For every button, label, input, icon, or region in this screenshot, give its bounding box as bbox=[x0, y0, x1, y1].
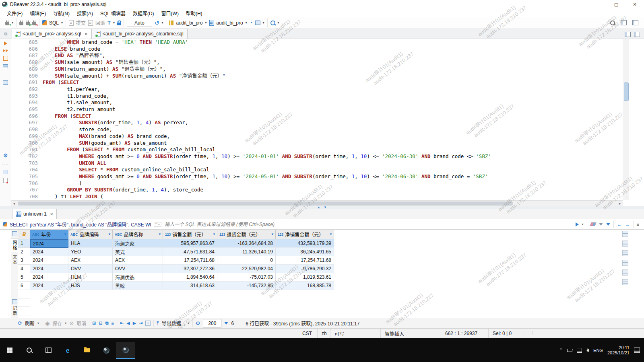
chevron-down-icon[interactable]: ▾ bbox=[582, 222, 584, 226]
cell[interactable]: YEO bbox=[68, 248, 113, 256]
quick-search-icon[interactable] bbox=[610, 21, 615, 25]
cell[interactable]: HLA bbox=[68, 239, 113, 248]
row-number[interactable]: 3 bbox=[18, 256, 30, 265]
metadata-panel-icon[interactable] bbox=[622, 250, 628, 256]
expand-filter-icon[interactable]: ⌃⌄ bbox=[154, 222, 161, 227]
scroll-right-icon[interactable]: ▸ bbox=[617, 202, 623, 206]
menu-item[interactable]: SQL 编辑器 bbox=[97, 10, 129, 16]
close-button[interactable]: ✕ bbox=[625, 0, 644, 9]
code-line[interactable]: ) bbox=[43, 180, 622, 187]
cell[interactable]: 17,254,711.68 bbox=[276, 256, 334, 265]
menu-item[interactable]: 窗口(W) bbox=[158, 10, 182, 16]
references-panel-icon[interactable] bbox=[622, 260, 628, 266]
cell[interactable]: 47,571,631.84 bbox=[163, 248, 217, 256]
cell[interactable]: 海澜优选 bbox=[113, 273, 163, 282]
cancel-button[interactable]: 取消 bbox=[76, 320, 86, 327]
cell[interactable]: -22,520,982.04 bbox=[217, 265, 276, 273]
grid-settings-icon[interactable]: ⚙ bbox=[196, 321, 200, 326]
code-line[interactable]: FROM (SELECT bbox=[43, 113, 622, 120]
sql-editor[interactable]: 6856866876886896906916926936946956966976… bbox=[11, 39, 622, 200]
code-line[interactable]: SUM(goods_amt) AS sale_amount bbox=[43, 140, 622, 147]
tab-analysis-cleartime-sql[interactable]: <audit_bi_pro> analysis_cleartime.sql bbox=[92, 29, 188, 39]
tray-expand-icon[interactable]: ⌃ bbox=[559, 348, 563, 353]
cell[interactable]: 英式 bbox=[113, 248, 163, 256]
cell[interactable]: 2024 bbox=[30, 273, 68, 282]
last-row-icon[interactable]: ⇥ bbox=[139, 321, 142, 326]
code-line[interactable]: WHERE goods_amt >= 0 AND SUBSTR(order_ti… bbox=[43, 153, 622, 160]
grid-corner-cell[interactable] bbox=[18, 230, 30, 239]
cell[interactable]: -145,732.85 bbox=[217, 282, 276, 290]
volume-icon[interactable] bbox=[586, 349, 589, 352]
chevron-down-icon[interactable]: ▾ bbox=[65, 321, 66, 325]
reconnect-icon[interactable]: ⟳ bbox=[26, 22, 30, 25]
execute-new-tab-icon[interactable] bbox=[3, 56, 8, 61]
sort-caret-icon[interactable]: ▼ bbox=[213, 232, 216, 236]
table-row[interactable]: 32024AEXAEX17,254,711.68017,254,711.68 bbox=[18, 256, 622, 265]
code-line[interactable]: SUM(sale_amount) AS "销售金额（元）", bbox=[43, 59, 622, 66]
scroll-left-icon[interactable]: ◂ bbox=[11, 202, 17, 206]
code-area[interactable]: WHEN brand_code = 'HEA' THEN 'HEAD AURA'… bbox=[43, 39, 622, 200]
cell[interactable]: 36,245,491.65 bbox=[276, 248, 334, 256]
chevron-down-icon[interactable]: ▾ bbox=[188, 321, 190, 325]
execute-statement-icon[interactable] bbox=[4, 41, 7, 45]
commit-button[interactable]: 提交 bbox=[76, 19, 86, 26]
execute-script-icon[interactable] bbox=[3, 49, 8, 52]
cell[interactable]: OVV bbox=[68, 265, 113, 273]
task-view-icon[interactable] bbox=[39, 342, 58, 359]
refresh-button[interactable]: 刷新 bbox=[25, 320, 35, 327]
lock-icon[interactable] bbox=[117, 23, 121, 25]
search-icon[interactable] bbox=[270, 21, 275, 25]
cell[interactable]: AEX bbox=[68, 256, 113, 265]
menu-item[interactable]: 文件(F) bbox=[3, 10, 26, 16]
record-mode-label[interactable]: 记录 bbox=[11, 306, 18, 316]
save-button[interactable]: 保存 bbox=[52, 320, 62, 327]
cell[interactable]: 32,307,272.36 bbox=[163, 265, 217, 273]
fetch-all-icon[interactable]: ·· bbox=[145, 321, 151, 326]
panel-menu-icon[interactable]: ≡ bbox=[637, 222, 639, 227]
edit-row-icon[interactable]: ≡ bbox=[111, 321, 114, 326]
table-row[interactable]: 52024HLM海澜优选1,894,540.64-75,017.031,819,… bbox=[18, 273, 622, 282]
chevron-down-icon[interactable]: ▾ bbox=[113, 21, 115, 25]
explain-plan-icon[interactable] bbox=[3, 64, 8, 69]
dashboard-icon[interactable]: ◔ bbox=[250, 20, 253, 26]
filter-icon[interactable] bbox=[606, 223, 610, 226]
code-line[interactable]: WHERE goods_amt >= 0 AND SUBSTR(order_ti… bbox=[43, 173, 622, 180]
cell[interactable]: 1,819,523.61 bbox=[276, 273, 334, 282]
cell[interactable]: 314,618.63 bbox=[163, 282, 217, 290]
column-header-5[interactable]: 123退货金额（元）▼ bbox=[217, 230, 276, 239]
execution-plan-icon[interactable] bbox=[255, 21, 260, 25]
code-line[interactable]: ) t1 LEFT JOIN ( bbox=[43, 193, 622, 200]
calc-panel-icon[interactable] bbox=[622, 269, 628, 276]
scrollbar-thumb[interactable] bbox=[624, 82, 629, 101]
sort-caret-icon[interactable]: ▼ bbox=[108, 232, 111, 236]
history-icon[interactable]: ↺ bbox=[155, 20, 159, 26]
connect-icon[interactable] bbox=[19, 22, 23, 25]
cell[interactable]: 17,254,711.68 bbox=[163, 256, 217, 265]
code-line[interactable]: FROM (SELECT * FROM custom_online_sale_b… bbox=[43, 146, 622, 153]
grouping-panel-icon[interactable] bbox=[622, 279, 628, 285]
value-viewer-icon[interactable] bbox=[622, 231, 628, 237]
network-icon[interactable] bbox=[577, 348, 582, 353]
chevron-down-icon[interactable]: ▾ bbox=[263, 21, 264, 25]
maximize-button[interactable]: ▢ bbox=[607, 0, 625, 9]
notification-center-icon[interactable] bbox=[634, 348, 640, 353]
back-icon[interactable]: ← bbox=[617, 222, 622, 227]
open-perspective-icon[interactable] bbox=[621, 20, 627, 25]
perspective-icon[interactable] bbox=[632, 20, 638, 25]
auto-commit-selector[interactable]: Auto bbox=[127, 19, 152, 27]
file-explorer-icon[interactable] bbox=[77, 342, 97, 359]
clear-filter-icon[interactable] bbox=[590, 222, 596, 226]
table-row[interactable]: 12024HLA海澜之家595,957,863.67-163,364,684.2… bbox=[18, 239, 622, 248]
cell[interactable]: 2024 bbox=[30, 265, 68, 273]
first-row-icon[interactable]: ⇤ bbox=[120, 321, 124, 326]
chevron-down-icon[interactable]: ▾ bbox=[37, 321, 39, 325]
view-tab-text[interactable]: 文本 bbox=[11, 255, 18, 265]
previous-row-icon[interactable]: ◀ bbox=[126, 321, 130, 326]
transaction-mode-icon[interactable]: T bbox=[107, 21, 111, 25]
chevron-down-icon[interactable]: ▾ bbox=[205, 21, 207, 25]
column-header-6[interactable]: 123净销售金额（元）▼ bbox=[276, 230, 334, 239]
aggregate-panel-icon[interactable] bbox=[622, 241, 628, 247]
row-number[interactable]: 6 bbox=[18, 282, 30, 290]
code-line[interactable]: t1.brand_code, bbox=[43, 93, 622, 100]
code-line[interactable]: SUM(sale_amount) + SUM(return_amount) AS… bbox=[43, 73, 622, 80]
